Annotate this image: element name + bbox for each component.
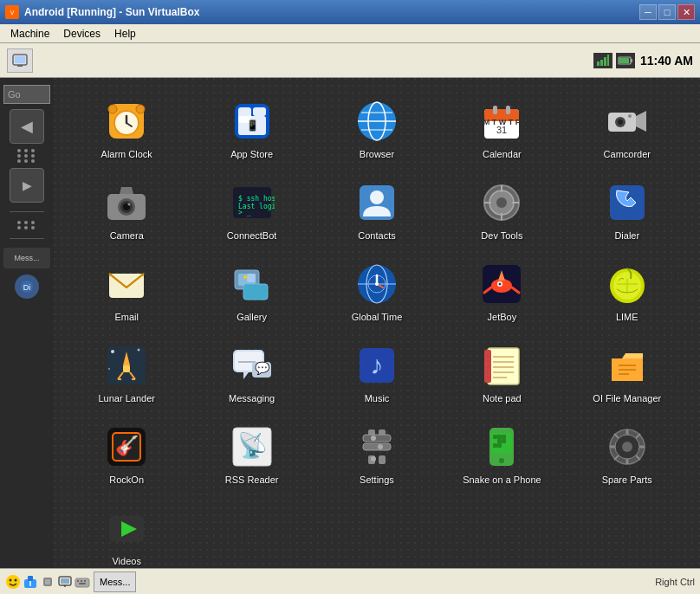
svg-point-55 — [496, 197, 507, 208]
lime-icon-img — [603, 260, 651, 308]
videos-icon-img — [102, 504, 151, 552]
svg-point-80 — [499, 283, 502, 286]
svg-rect-106 — [488, 348, 519, 384]
app-browser[interactable]: Browser — [316, 90, 438, 168]
close-button[interactable]: ✕ — [677, 4, 695, 20]
app-lime[interactable]: LIME — [567, 253, 688, 331]
app-notepad[interactable]: Note pad — [441, 334, 562, 412]
app-jetboy[interactable]: JetBoy — [441, 253, 562, 331]
svg-point-95 — [138, 349, 140, 352]
menu-devices[interactable]: Devices — [56, 26, 107, 42]
sidebar-back-button[interactable]: ◀ — [10, 109, 44, 144]
app-spare-parts[interactable]: Spare Parts — [567, 416, 688, 494]
right-ctrl-label: Right Ctrl — [655, 577, 695, 587]
rss-reader-icon-img: 📡 — [228, 423, 276, 471]
svg-text:📱: 📱 — [245, 119, 258, 132]
rockon-icon-img: 🎸 — [102, 423, 151, 471]
global-time-icon-img — [353, 260, 401, 308]
svg-rect-8 — [607, 55, 609, 66]
taskbar-tools-icon — [40, 574, 55, 590]
taskbar-monitor-icon — [57, 574, 73, 590]
email-icon-img — [102, 260, 151, 308]
svg-rect-133 — [493, 435, 497, 439]
app-settings[interactable]: Settings — [316, 416, 438, 494]
svg-point-96 — [108, 368, 110, 370]
app-grid: Alarm Clock 📱 App Store — [62, 87, 691, 568]
app-rockon[interactable]: 🎸 RockOn — [66, 416, 187, 494]
app-contacts[interactable]: Contacts — [316, 171, 438, 249]
minimize-button[interactable]: ─ — [639, 4, 657, 20]
svg-text:$ ssh host: $ ssh host — [238, 195, 275, 203]
gallery-icon-img — [228, 260, 276, 308]
svg-rect-36 — [506, 106, 510, 114]
svg-text:♪: ♪ — [370, 351, 383, 379]
messaging-label: Messaging — [229, 393, 275, 404]
app-camera[interactable]: Camera — [66, 171, 187, 249]
app-messaging[interactable]: 💬 Messaging — [191, 334, 312, 412]
app-gallery[interactable]: Gallery — [191, 253, 312, 331]
settings-icon-img — [353, 423, 401, 471]
taskbar-mess-item[interactable]: Mess... — [94, 571, 136, 592]
menu-help[interactable]: Help — [107, 26, 143, 42]
browser-label: Browser — [360, 149, 394, 160]
app-videos[interactable]: Videos — [66, 497, 187, 568]
svg-rect-66 — [243, 284, 268, 300]
svg-rect-23 — [253, 107, 266, 116]
app-alarm-clock[interactable]: Alarm Clock — [66, 90, 187, 168]
svg-text:31: 31 — [496, 125, 507, 135]
global-time-label: Global Time — [352, 312, 403, 323]
sidebar-dots — [17, 149, 36, 163]
app-snake-on-a-phone[interactable]: Snake on a Phone — [441, 416, 562, 494]
window-title: Android [Running] - Sun VirtualBox — [24, 6, 634, 18]
svg-text:V: V — [10, 10, 15, 16]
taskbar: Mess... Right Ctrl — [0, 568, 700, 594]
svg-rect-134 — [497, 435, 502, 439]
svg-rect-163 — [61, 578, 69, 584]
svg-point-75 — [375, 282, 379, 286]
svg-rect-89 — [123, 365, 130, 372]
sidebar-home-button[interactable]: ▶ — [10, 168, 44, 203]
app-dialer[interactable]: Dialer — [567, 171, 688, 249]
sidebar-mess-item[interactable]: Mess... — [3, 248, 50, 268]
app-email[interactable]: Email — [66, 253, 187, 331]
app-rss-reader[interactable]: 📡 RSS Reader — [191, 416, 312, 494]
app-global-time[interactable]: Global Time — [316, 253, 438, 331]
app-lunar-lander[interactable]: Lunar Lander — [66, 334, 187, 412]
time-display: 11:40 AM — [640, 54, 693, 68]
app-app-store[interactable]: 📱 App Store — [191, 90, 312, 168]
app-dev-tools[interactable]: Dev Tools — [441, 171, 562, 249]
settings-label: Settings — [360, 475, 394, 486]
maximize-button[interactable]: □ — [658, 4, 676, 20]
app-camcorder[interactable]: Camcorder — [567, 90, 688, 168]
menu-machine[interactable]: Machine — [3, 26, 56, 42]
android-screen[interactable]: Alarm Clock 📱 App Store — [54, 78, 700, 568]
alarm-clock-icon-img — [102, 97, 151, 145]
svg-rect-167 — [77, 580, 79, 582]
svg-rect-158 — [28, 576, 33, 581]
svg-rect-126 — [379, 455, 386, 464]
dev-tools-label: Dev Tools — [481, 230, 522, 242]
app-oi-file-manager[interactable]: OI File Manager — [567, 334, 688, 412]
camera-label: Camera — [110, 230, 144, 242]
browser-icon-img — [353, 97, 401, 145]
search-bar[interactable]: Go — [3, 85, 50, 104]
taskbar-right-ctrl: Right Ctrl — [655, 577, 695, 587]
svg-rect-11 — [631, 59, 632, 62]
svg-text:📡: 📡 — [237, 431, 267, 460]
videos-label: Videos — [112, 556, 140, 567]
status-icons — [593, 53, 635, 68]
app-calendar[interactable]: S M T W T F S 31 Calendar — [441, 90, 562, 168]
svg-point-68 — [243, 275, 247, 279]
contacts-label: Contacts — [358, 230, 395, 242]
svg-text:🎸: 🎸 — [115, 434, 139, 457]
svg-point-40 — [618, 119, 623, 125]
taskbar-network-icon — [23, 574, 38, 590]
calendar-label: Calendar — [483, 149, 522, 160]
svg-marker-101 — [243, 372, 249, 379]
lime-label: LIME — [616, 312, 638, 323]
sidebar-dots-2 — [17, 221, 36, 229]
app-music[interactable]: ♪ Music — [316, 334, 438, 412]
app-connectbot[interactable]: $ ssh host Last login: > _ ConnectBot — [191, 171, 312, 249]
svg-rect-139 — [493, 443, 497, 448]
taskbar-left — [5, 574, 90, 590]
